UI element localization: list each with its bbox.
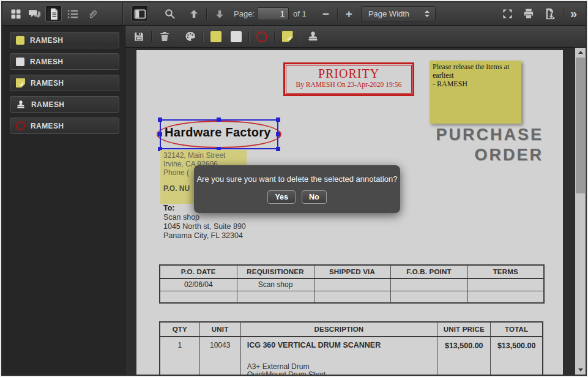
circle-tool-icon[interactable] [253,28,270,45]
document-viewer: PRIORITY By RAMESH On 23-Apr-2020 19:56 … [125,48,586,375]
yes-button[interactable]: Yes [267,190,296,204]
table-header: REQUISITIONER [237,265,314,278]
annotation-author: RAMESH [31,122,64,130]
page-total-label: of 1 [293,9,307,18]
next-page-icon[interactable] [211,6,228,22]
table-header: P.O. DATE [160,265,237,278]
page-number-input[interactable] [257,7,289,20]
top-toolbar: Page: of 1 − + Page Width [2,2,586,26]
zoom-out-button[interactable]: − [319,8,333,20]
table-cell [314,278,390,291]
print-icon[interactable] [521,6,537,22]
document-view-icon[interactable] [45,6,62,22]
sidebar-toggle-icon[interactable] [132,6,148,22]
note-tool-icon[interactable] [279,28,296,45]
table-header: F.O.B. POINT [390,265,467,278]
resize-handle[interactable] [158,118,162,122]
main-area: PRIORITY By RAMESH On 23-Apr-2020 19:56 … [125,26,586,375]
table-header: TOTAL [491,322,543,337]
stamp-byline: By RAMESH On 23-Apr-2020 19:56 [285,81,412,88]
color-palette-icon[interactable] [182,28,198,45]
po-items-table: QTY UNIT DESCRIPTION UNIT PRICE TOTAL 1 … [159,321,543,375]
qty-cell: 1 [160,337,199,375]
table-cell [237,291,314,303]
resize-handle[interactable] [276,132,280,136]
table-cell [390,291,467,303]
total-cell: $13,500.00 [491,337,543,375]
stamp-tool-icon[interactable] [305,28,321,45]
po-info-table: P.O. DATE REQUISITIONER SHIPPED VIA F.O.… [159,264,545,304]
save-icon[interactable] [130,28,147,45]
table-cell [314,291,390,303]
divider [248,31,249,42]
table-cell: 02/06/04 [160,278,237,291]
sticky-note-annotation[interactable]: Please release the items at earliest - R… [430,61,521,124]
table-row: 1 10043 ICG 360 VERTICAL DRUM SCANNER A3… [160,337,543,375]
highlight-icon [16,36,24,45]
thumbnails-icon[interactable] [7,6,24,22]
divider [274,31,275,42]
divider [177,31,177,42]
sticky-note-icon [16,78,25,88]
table-header: DESCRIPTION [240,322,437,337]
annotation-item-rectangle[interactable]: RAMESH [10,53,119,70]
description-cell: ICG 360 VERTICAL DRUM SCANNER A3+ Extern… [240,337,437,375]
fullscreen-icon[interactable] [499,6,516,22]
resize-handle[interactable] [276,147,280,151]
table-cell [390,278,467,291]
scroll-up-icon[interactable] [575,48,586,57]
divider [203,31,203,42]
viewer-controls: Page: of 1 − + Page Width [123,2,586,25]
selection-box[interactable] [160,119,278,149]
resize-handle[interactable] [158,132,162,136]
annotation-item-highlight[interactable]: RAMESH [10,32,119,48]
purchase-order-title: PURCHASE ORDER [436,125,543,165]
rectangle-icon [16,58,24,66]
zoom-level-select[interactable]: Page Width [361,6,436,21]
divider [206,9,207,20]
table-cell [160,291,237,303]
to-label: To: [163,204,175,212]
table-row [160,291,544,303]
delete-confirmation-dialog: Are you sure you want to delete the sele… [194,165,400,213]
po-number-label: P.O. NU [163,184,190,193]
panel-switcher [2,2,123,25]
delete-annotation-icon[interactable] [156,28,173,45]
annotation-author: RAMESH [31,100,64,109]
scroll-down-icon[interactable] [575,365,586,375]
rectangle-tool-icon[interactable] [228,28,244,45]
resize-handle[interactable] [276,118,280,122]
zoom-in-button[interactable]: + [342,8,356,20]
no-button[interactable]: No [302,190,327,204]
pdf-annotation-app: Page: of 1 − + Page Width [0,0,588,377]
outline-list-icon[interactable] [64,6,81,22]
select-caret-icon [425,10,430,17]
table-cell: Scan shop [237,278,314,291]
priority-stamp-annotation[interactable]: PRIORITY By RAMESH On 23-Apr-2020 19:56 [283,62,414,96]
unit-cell: 10043 [199,337,240,375]
vertical-scrollbar[interactable] [575,48,586,375]
annotation-item-note[interactable]: RAMESH [10,75,119,91]
download-icon[interactable] [542,6,559,22]
item-title: ICG 360 VERTICAL DRUM SCANNER [247,341,437,349]
dialog-message: Are you sure you want to delete the sele… [194,165,400,184]
prev-page-icon[interactable] [185,6,202,22]
search-icon[interactable] [162,6,178,22]
stamp-title: PRIORITY [285,67,412,81]
page-label: Page: [234,9,255,18]
annotation-item-circle[interactable]: RAMESH [10,118,119,134]
divider [151,31,152,42]
annotations-sidebar: RAMESH RAMESH RAMESH RAMESH RAMESH [2,26,125,375]
highlight-tool-icon[interactable] [207,28,224,45]
sticky-note-text: Please release the items at earliest [433,62,509,80]
table-header: TERMS [467,265,544,278]
toolbar-right-group: » [499,6,579,22]
attachments-icon[interactable] [83,6,100,22]
more-tools-chevron[interactable]: » [568,7,579,21]
annotation-item-stamp[interactable]: RAMESH [10,96,119,113]
annotation-toolbar [125,26,586,48]
scrollbar-thumb[interactable] [576,58,585,193]
comments-icon[interactable] [26,6,43,22]
resize-handle[interactable] [217,118,221,122]
table-header: UNIT [199,322,240,337]
